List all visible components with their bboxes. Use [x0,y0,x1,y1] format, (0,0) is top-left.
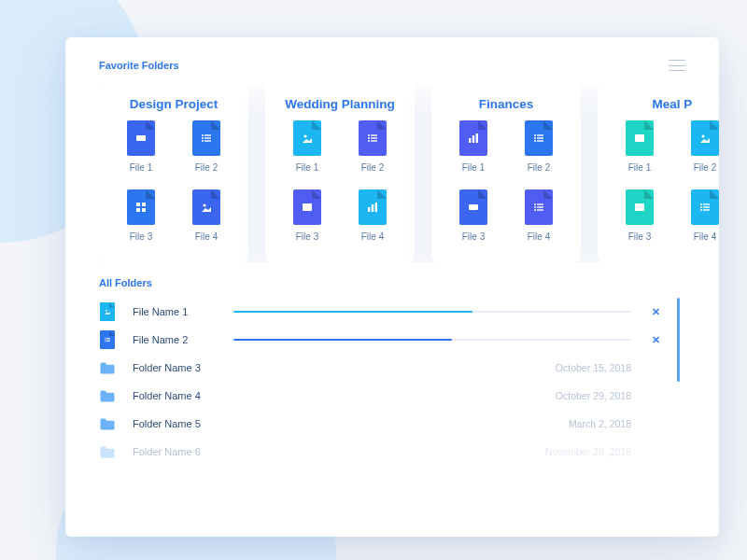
upload-progress [233,339,631,341]
cancel-upload-button[interactable]: ✕ [648,306,663,318]
svg-rect-34 [537,203,543,204]
svg-rect-19 [303,203,312,211]
file-item[interactable]: File 4 [506,189,571,255]
file-label: File 2 [528,162,550,173]
svg-rect-7 [136,203,140,206]
svg-point-35 [534,206,536,208]
svg-rect-2 [204,134,211,135]
file-label: File 3 [462,231,485,242]
svg-rect-29 [537,137,543,138]
svg-rect-36 [537,206,543,207]
row-date: November 29, 2018 [529,446,631,457]
file-item[interactable]: File 1 [275,120,340,186]
file-item[interactable]: File 3 [441,189,506,255]
svg-point-1 [202,134,204,136]
favorite-folders-row: Design ProjectFile 1File 2File 3File 4We… [99,84,719,262]
list-file-icon [192,120,220,156]
list-row[interactable]: Folder Name 4October 29, 2018 [99,382,663,410]
folder-card[interactable]: FinancesFile 1File 2File 3File 4 [431,84,581,262]
svg-point-53 [105,341,106,342]
file-label: File 1 [462,162,485,173]
svg-rect-43 [703,203,710,204]
folder-card[interactable]: Design ProjectFile 1File 2File 3File 4 [99,84,248,262]
svg-rect-8 [142,203,146,206]
file-item[interactable]: File 2 [506,120,571,186]
favorite-folders-title: Favorite Folders [99,60,179,71]
file-item[interactable]: File 4 [340,189,405,255]
row-date: October 29, 2018 [529,390,631,401]
image-file-icon [99,302,116,321]
svg-point-5 [202,140,204,142]
svg-rect-21 [372,204,374,212]
svg-point-3 [202,137,204,139]
file-item[interactable]: File 2 [672,120,719,186]
all-folders-title: All Folders [99,277,719,288]
svg-point-37 [534,209,536,211]
image-file-icon [293,120,321,156]
list-row[interactable]: Folder Name 6November 29, 2018 [99,438,663,466]
svg-rect-6 [204,140,211,141]
file-item[interactable]: File 4 [672,189,719,255]
list-row[interactable]: File Name 2✕ [99,326,663,354]
svg-rect-18 [371,140,377,141]
svg-rect-16 [371,137,377,138]
svg-rect-14 [371,134,377,135]
folder-icon [99,358,116,377]
file-item[interactable]: File 1 [441,120,506,186]
folder-card[interactable]: Wedding PlanningFile 1File 2File 3File 4 [265,84,415,262]
file-label: File 3 [296,231,318,242]
chart-file-icon [459,120,487,156]
file-label: File 4 [195,231,218,242]
list-row[interactable]: Folder Name 5March 2, 2018 [99,410,663,438]
image-file-icon [192,189,220,225]
svg-rect-38 [537,209,543,210]
row-name: Folder Name 4 [133,390,217,401]
svg-point-49 [105,338,106,339]
svg-rect-52 [106,340,110,341]
menu-icon[interactable] [669,60,685,71]
file-label: File 2 [361,162,384,173]
svg-point-42 [700,203,702,205]
svg-rect-25 [476,133,478,143]
image-file-icon [691,120,719,156]
row-date: October 15, 2018 [529,362,631,373]
slides-file-icon [127,120,155,156]
video-file-icon [626,189,654,225]
file-item[interactable]: File 1 [108,120,174,186]
file-label: File 2 [195,162,218,173]
scrollbar-thumb[interactable] [677,298,680,382]
folder-icon [99,442,116,461]
file-item[interactable]: File 2 [174,120,239,186]
svg-point-11 [203,203,205,206]
svg-rect-24 [472,135,474,143]
file-item[interactable]: File 2 [340,120,405,186]
list-file-icon [525,120,553,156]
svg-point-44 [700,206,702,208]
file-item[interactable]: File 1 [607,120,672,186]
file-item[interactable]: File 4 [174,189,239,255]
folder-card[interactable]: Meal PFile 1File 2File 3File 4 [598,84,719,262]
file-item[interactable]: File 3 [108,189,174,255]
svg-point-12 [303,134,306,137]
all-folders-list: File Name 1✕File Name 2✕Folder Name 3Oct… [99,298,719,475]
svg-rect-47 [703,209,710,210]
svg-rect-9 [136,208,140,212]
row-date: March 2, 2018 [529,418,631,429]
file-label: File 1 [628,162,651,173]
file-item[interactable]: File 3 [607,189,672,255]
row-name: Folder Name 3 [133,362,217,373]
folder-icon [99,414,116,433]
file-item[interactable]: File 3 [275,189,340,255]
list-row[interactable]: Folder Name 3October 15, 2018 [99,354,663,382]
svg-point-46 [700,209,702,211]
svg-rect-41 [635,203,644,211]
svg-rect-20 [368,207,370,212]
grid-file-icon [127,189,155,225]
file-label: File 4 [694,231,716,242]
cancel-upload-button[interactable]: ✕ [648,334,663,346]
list-row[interactable]: File Name 1✕ [99,298,663,326]
slides-file-icon [459,189,487,225]
svg-rect-54 [106,341,110,342]
file-label: File 2 [694,162,716,173]
row-name: File Name 2 [133,334,217,345]
